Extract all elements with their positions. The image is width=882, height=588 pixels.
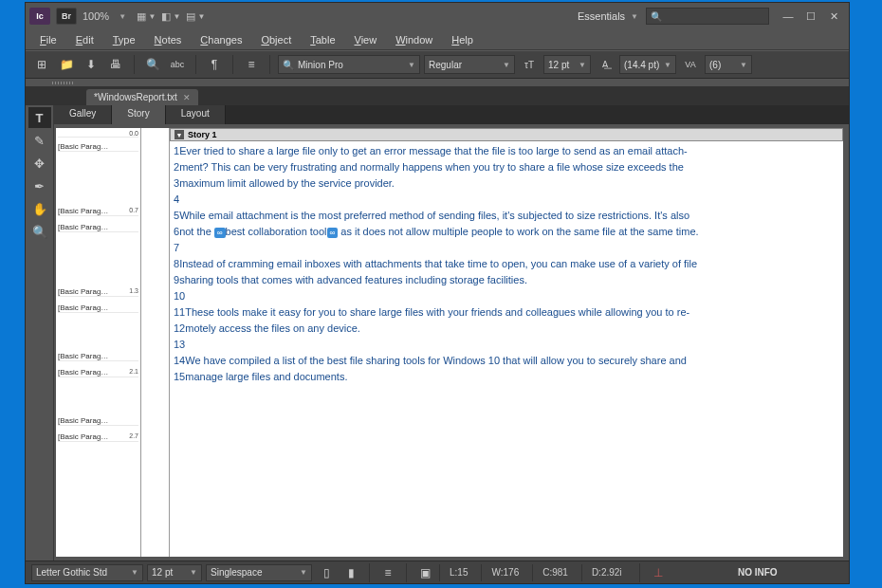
view-options-icon[interactable]: ▦▼	[136, 8, 156, 25]
text-line[interactable]: 1Ever tried to share a large file only t…	[174, 143, 839, 159]
line-number: 8	[174, 258, 179, 269]
text-line[interactable]: 2ment? This can be very frustrating and …	[174, 159, 839, 175]
save-icon[interactable]: ⬇	[81, 55, 101, 74]
screen-mode-icon[interactable]: ◧▼	[160, 8, 181, 25]
status-char: C:981	[532, 564, 578, 581]
zoom-tool-icon[interactable]: 🔍	[28, 221, 51, 242]
menu-window[interactable]: Window	[387, 32, 441, 47]
text-line[interactable]: 5While email attachment is the most pref…	[174, 208, 839, 224]
paragraph-style-row[interactable]: [Basic Parag…2.7	[58, 432, 138, 442]
close-tab-icon[interactable]: ✕	[183, 93, 191, 102]
menu-table[interactable]: Table	[302, 32, 343, 47]
text-line[interactable]: 12motely access the files on any device.	[174, 321, 839, 337]
tab-story[interactable]: Story	[112, 105, 165, 124]
line-number: 2	[174, 161, 179, 173]
type-tool-icon[interactable]: T	[28, 107, 51, 128]
toolbox: T ✎ ✥ ✒ ✋ 🔍	[26, 105, 54, 560]
text-stats-icon[interactable]: ⊥	[648, 563, 669, 582]
font-style-combo[interactable]: Regular ▼	[424, 55, 515, 74]
text-line[interactable]: 4	[174, 192, 839, 208]
menu-view[interactable]: View	[346, 32, 386, 47]
collapse-triangle-icon[interactable]: ▼	[175, 130, 184, 139]
text-column[interactable]: ▼ Story 1 1Ever tried to share a large f…	[170, 128, 843, 557]
status-size-combo[interactable]: 12 pt▼	[147, 564, 202, 581]
spellcheck-icon[interactable]: abc	[167, 55, 188, 74]
kerning-icon: VA	[680, 55, 701, 74]
font-size-combo[interactable]: 12 pt ▼	[543, 55, 591, 74]
menu-object[interactable]: Object	[252, 32, 300, 47]
font-size-icon: τT	[519, 55, 540, 74]
eyedropper-tool-icon[interactable]: ✒	[28, 175, 51, 196]
paragraph-style-row[interactable]: [Basic Parag…2.1	[58, 368, 138, 377]
paragraph-style-row[interactable]: [Basic Parag…	[58, 142, 138, 152]
info-icon[interactable]: ▣	[414, 563, 435, 582]
story-header[interactable]: ▼ Story 1	[170, 128, 843, 141]
menu-notes[interactable]: Notes	[146, 32, 191, 47]
tab-galley[interactable]: Galley	[54, 105, 112, 124]
print-icon[interactable]: 🖶	[105, 55, 126, 74]
menu-changes[interactable]: Changes	[192, 32, 250, 47]
status-font-combo[interactable]: Letter Gothic Std▼	[31, 564, 143, 581]
font-family-combo[interactable]: 🔍 Minion Pro ▼	[278, 55, 420, 74]
align-icon[interactable]: ≡	[377, 563, 398, 582]
paragraph-style-row[interactable]: [Basic Parag…1.3	[58, 287, 138, 297]
tab-layout[interactable]: Layout	[166, 105, 226, 124]
paragraph-style-row[interactable]: [Basic Parag…	[58, 352, 138, 361]
menu-file[interactable]: File	[31, 32, 65, 47]
text-line[interactable]: 13	[174, 337, 839, 353]
line-number: 4	[174, 193, 179, 205]
document-area: Galley Story Layout 0.0[Basic Parag…[Bas…	[54, 105, 849, 560]
line-number-column	[141, 128, 170, 557]
chevron-down-icon: ▼	[499, 61, 510, 69]
text-line[interactable]: 10	[174, 288, 839, 304]
text-line[interactable]: 14We have compiled a list of the best fi…	[174, 353, 839, 369]
paragraph-style-row[interactable]: 0.0	[58, 130, 138, 138]
workspace-switcher[interactable]: Essentials ▼	[578, 10, 638, 22]
menu-edit[interactable]: Edit	[67, 32, 102, 47]
bridge-icon[interactable]: Br	[56, 8, 77, 25]
paragraph-style-row[interactable]: [Basic Parag…	[58, 303, 138, 313]
menu-help[interactable]: Help	[443, 32, 482, 47]
panel-grip[interactable]	[26, 79, 849, 86]
styles-icon[interactable]: ≡	[241, 55, 262, 74]
line-number: 15	[174, 371, 185, 382]
statusbar: Letter Gothic Std▼ 12 pt▼ Singlespace▼ ▯…	[26, 560, 849, 583]
kerning-combo[interactable]: (6) ▼	[705, 55, 752, 74]
story-view-icon[interactable]: ▮	[340, 563, 361, 582]
text-line[interactable]: 9sharing tools that comes with advanced …	[174, 272, 839, 288]
leading-icon: A͟	[595, 55, 616, 74]
position-tool-icon[interactable]: ✥	[28, 153, 51, 174]
hand-tool-icon[interactable]: ✋	[28, 198, 51, 219]
text-line[interactable]: 3maximum limit allowed by the service pr…	[174, 175, 839, 192]
new-note-icon[interactable]: ⊞	[31, 55, 52, 74]
note-tool-icon[interactable]: ✎	[28, 130, 51, 151]
close-button[interactable]: ✕	[822, 8, 845, 25]
paragraph-style-row[interactable]: [Basic Parag…	[58, 223, 138, 232]
text-line[interactable]: 8Instead of cramming email inboxes with …	[174, 256, 839, 272]
line-number: 1	[174, 145, 179, 156]
text-line[interactable]: 6not the ∞best collaboration tool∞ as it…	[174, 224, 839, 240]
status-spacing-combo[interactable]: Singlespace▼	[206, 564, 312, 581]
app-window: Ic Br 100% ▼ ▦▼ ◧▼ ▤▼ Essentials ▼ 🔍 — ☐…	[25, 2, 850, 584]
leading-combo[interactable]: (14.4 pt) ▼	[619, 55, 676, 74]
chevron-down-icon: ▼	[631, 12, 638, 21]
text-line[interactable]: 7	[174, 240, 839, 256]
text-line[interactable]: 11These tools make it easy for you to sh…	[174, 304, 839, 321]
line-number: 7	[174, 242, 179, 253]
document-tab[interactable]: *WindowsReport.txt ✕	[86, 89, 198, 105]
menubar: File Edit Type Notes Changes Object Tabl…	[26, 29, 849, 50]
maximize-button[interactable]: ☐	[799, 8, 822, 25]
text-line[interactable]: 15manage large files and documents.	[174, 369, 839, 385]
minimize-button[interactable]: —	[777, 8, 799, 25]
galley-view-icon[interactable]: ▯	[316, 563, 337, 582]
menu-type[interactable]: Type	[104, 32, 144, 47]
zoom-level-combo[interactable]: 100% ▼	[83, 10, 126, 22]
search-input[interactable]: 🔍	[646, 8, 769, 25]
open-icon[interactable]: 📁	[56, 55, 77, 74]
paragraph-style-row[interactable]: [Basic Parag…0.7	[58, 207, 138, 216]
find-icon[interactable]: 🔍	[142, 55, 163, 74]
paragraph-style-row[interactable]: [Basic Parag…	[58, 416, 138, 426]
arrange-icon[interactable]: ▤▼	[185, 8, 206, 25]
pilcrow-icon[interactable]: ¶	[204, 55, 225, 74]
chevron-down-icon: ▼	[660, 61, 671, 69]
